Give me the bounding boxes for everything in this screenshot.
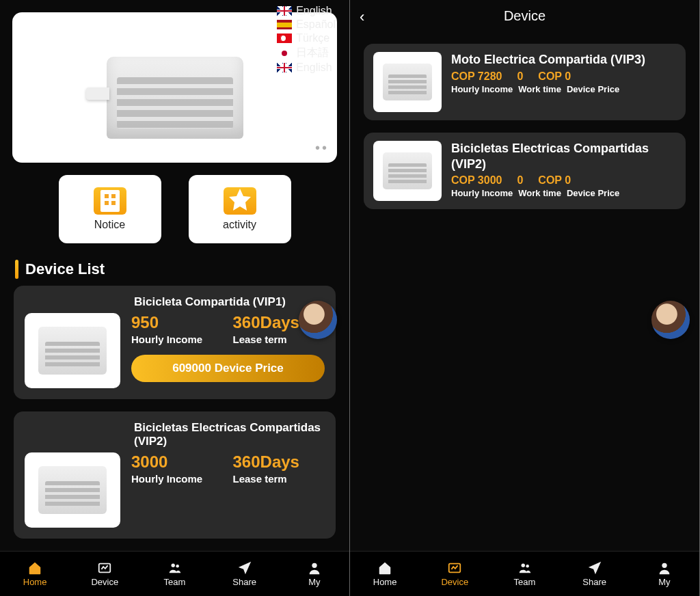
nav-home[interactable]: Home bbox=[0, 552, 70, 596]
activity-label: activity bbox=[223, 219, 256, 231]
device-screen: ‹ Device Moto Electrica Compartida (VIP3… bbox=[350, 0, 700, 596]
nav-device[interactable]: Device bbox=[420, 552, 489, 596]
turkey-flag-icon bbox=[277, 33, 292, 43]
nav-device[interactable]: Device bbox=[70, 552, 139, 596]
hourly-income-value: 950 bbox=[131, 313, 224, 332]
hourly-income-label: Hourly Income bbox=[451, 188, 513, 198]
svg-point-11 bbox=[526, 565, 529, 568]
top-bar: ‹ Device bbox=[350, 0, 699, 31]
nav-label: Team bbox=[164, 577, 186, 587]
nav-home[interactable]: Home bbox=[350, 552, 420, 596]
lang-english[interactable]: English bbox=[277, 4, 336, 18]
nav-team[interactable]: Team bbox=[489, 552, 559, 596]
team-icon bbox=[166, 560, 184, 575]
device-card-vip2[interactable]: Bicicletas Electricas Compartidas (VIP2)… bbox=[14, 411, 336, 539]
device-icon bbox=[446, 560, 463, 575]
building-icon bbox=[94, 187, 126, 215]
device-price-value: COP 0 bbox=[538, 174, 571, 187]
lease-term-label: Lease term bbox=[233, 473, 325, 485]
hourly-income-value: COP 7280 bbox=[451, 70, 502, 83]
device-thumb bbox=[25, 313, 120, 388]
nav-label: Share bbox=[582, 577, 606, 587]
device-card-vip1[interactable]: Bicicleta Compartida (VIP1) 950 Hourly I… bbox=[14, 286, 336, 399]
lease-term-value: 360Days bbox=[233, 452, 325, 472]
work-time-value: 0 bbox=[517, 70, 523, 83]
lang-label: 日本語 bbox=[296, 46, 329, 60]
team-icon bbox=[516, 560, 534, 575]
device-price-label: Device Price bbox=[567, 84, 619, 94]
support-avatar[interactable] bbox=[299, 301, 337, 339]
hero-area: English Español Türkçe 日本語 English •• bbox=[0, 0, 349, 163]
section-title: Device List bbox=[25, 260, 105, 278]
lang-english-2[interactable]: English bbox=[277, 61, 336, 74]
hourly-income-value: COP 3000 bbox=[451, 174, 502, 187]
device-title: Bicicleta Compartida (VIP1) bbox=[134, 295, 325, 309]
page-title: Device bbox=[504, 8, 546, 24]
device-title: Bicicletas Electricas Compartidas (VIP2) bbox=[451, 141, 676, 172]
nav-my[interactable]: My bbox=[630, 552, 699, 596]
svg-point-6 bbox=[171, 564, 175, 568]
nav-label: My bbox=[308, 577, 320, 587]
lang-label: Español bbox=[296, 18, 336, 31]
hourly-income-label: Hourly Income bbox=[131, 473, 224, 485]
japan-flag-icon bbox=[277, 49, 292, 58]
bottom-nav: Home Device Team Share My bbox=[0, 551, 349, 596]
nav-my[interactable]: My bbox=[280, 552, 349, 596]
home-screen: English Español Türkçe 日本語 English •• No… bbox=[0, 0, 350, 596]
device-thumb bbox=[373, 141, 442, 201]
lang-label: English bbox=[296, 62, 332, 74]
star-icon bbox=[224, 187, 256, 215]
device-stats: 950 Hourly Income 360Days Lease term 609… bbox=[131, 313, 325, 388]
device-title: Bicicletas Electricas Compartidas (VIP2) bbox=[134, 421, 325, 448]
home-icon bbox=[26, 560, 44, 575]
nav-label: Team bbox=[514, 577, 536, 587]
lang-japanese[interactable]: 日本語 bbox=[277, 45, 336, 61]
notice-label: Notice bbox=[94, 219, 125, 231]
device-image bbox=[72, 36, 278, 139]
svg-point-12 bbox=[662, 563, 667, 568]
support-avatar[interactable] bbox=[651, 301, 690, 339]
uk-flag-icon bbox=[277, 6, 292, 16]
device-thumb bbox=[373, 52, 442, 112]
notice-button[interactable]: Notice bbox=[59, 175, 161, 243]
spain-flag-icon bbox=[277, 20, 292, 29]
device-price-label: Device Price bbox=[567, 188, 619, 198]
device-list-header: Device List bbox=[0, 250, 349, 286]
svg-rect-3 bbox=[105, 201, 109, 205]
hourly-income-label: Hourly Income bbox=[451, 84, 513, 94]
share-icon bbox=[236, 560, 254, 575]
nav-share[interactable]: Share bbox=[560, 552, 630, 596]
device-icon bbox=[96, 560, 113, 575]
activity-button[interactable]: activity bbox=[189, 175, 291, 243]
device-card-vip3[interactable]: Moto Electrica Compartida (VIP3) COP 728… bbox=[364, 44, 686, 120]
hourly-income-label: Hourly Income bbox=[131, 334, 224, 345]
lang-spanish[interactable]: Español bbox=[277, 18, 336, 31]
work-time-label: Work time bbox=[518, 84, 561, 94]
accent-bar-icon bbox=[15, 260, 18, 279]
work-time-value: 0 bbox=[517, 174, 523, 187]
svg-point-7 bbox=[176, 565, 179, 568]
nav-label: Share bbox=[232, 577, 256, 587]
nav-share[interactable]: Share bbox=[210, 552, 280, 596]
nav-team[interactable]: Team bbox=[139, 552, 209, 596]
svg-point-8 bbox=[312, 563, 317, 568]
device-thumb bbox=[25, 452, 120, 528]
uk-flag-icon bbox=[277, 63, 292, 72]
action-row: Notice activity bbox=[0, 163, 349, 250]
nav-label: Device bbox=[441, 577, 468, 587]
lang-turkish[interactable]: Türkçe bbox=[277, 31, 336, 45]
user-icon bbox=[656, 560, 673, 575]
svg-rect-4 bbox=[111, 201, 116, 205]
device-list: Bicicleta Compartida (VIP1) 950 Hourly I… bbox=[0, 286, 349, 551]
device-card-vip2-r[interactable]: Bicicletas Electricas Compartidas (VIP2)… bbox=[364, 133, 686, 209]
nav-label: Home bbox=[373, 577, 397, 587]
lang-label: English bbox=[296, 5, 332, 17]
back-button[interactable]: ‹ bbox=[360, 8, 364, 26]
home-icon bbox=[376, 560, 394, 575]
device-title: Moto Electrica Compartida (VIP3) bbox=[451, 52, 676, 68]
lang-label: Türkçe bbox=[296, 32, 329, 44]
carousel-dots-icon: •• bbox=[315, 140, 329, 156]
svg-rect-1 bbox=[105, 194, 109, 198]
bottom-nav: Home Device Team Share My bbox=[350, 551, 699, 596]
device-price-button[interactable]: 609000 Device Price bbox=[131, 355, 325, 382]
